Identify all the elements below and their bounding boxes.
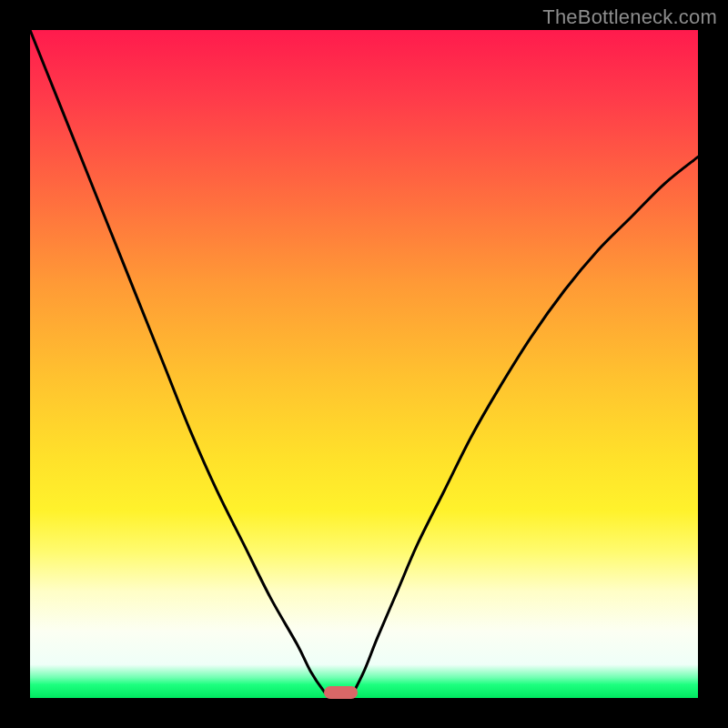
bottleneck-curve — [30, 30, 698, 698]
chart-frame: TheBottleneck.com — [0, 0, 728, 728]
plot-area — [30, 30, 698, 698]
optimal-marker — [324, 686, 358, 699]
watermark-text: TheBottleneck.com — [542, 5, 717, 29]
